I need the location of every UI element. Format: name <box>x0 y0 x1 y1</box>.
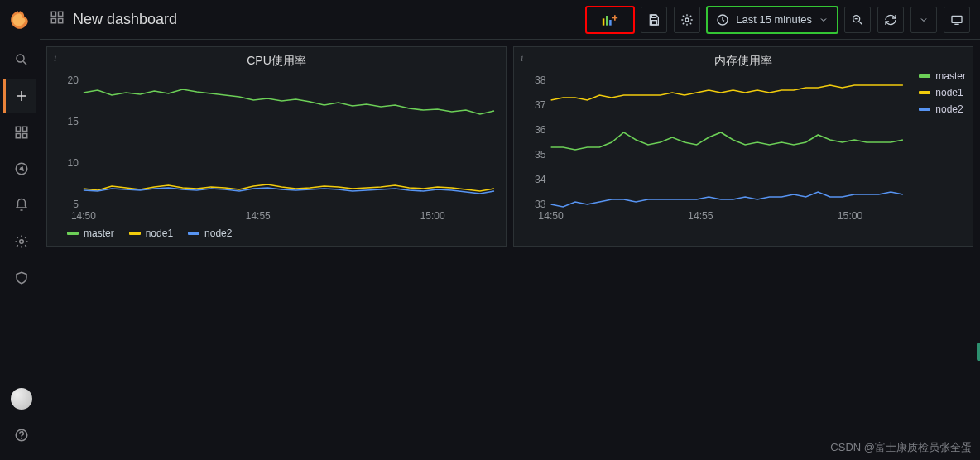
svg-rect-17 <box>59 19 63 23</box>
svg-point-11 <box>19 240 23 244</box>
search-icon[interactable] <box>3 43 36 76</box>
panel-cpu[interactable]: i CPU使用率 5101520 14:5014:5515:00 master … <box>46 46 507 247</box>
refresh-interval-dropdown[interactable] <box>910 7 937 33</box>
svg-line-28 <box>859 22 862 24</box>
watermark: CSDN @富士康质检员张全蛋 <box>830 440 972 455</box>
svg-text:38: 38 <box>535 75 546 86</box>
plus-icon[interactable] <box>3 79 36 113</box>
svg-rect-24 <box>652 20 657 24</box>
svg-text:10: 10 <box>68 157 79 169</box>
legend-node1[interactable]: node1 <box>919 87 966 98</box>
svg-point-25 <box>685 18 689 22</box>
zoom-out-button[interactable] <box>844 7 871 33</box>
svg-text:35: 35 <box>535 149 546 161</box>
settings-gear-icon[interactable] <box>3 225 36 258</box>
svg-rect-19 <box>606 16 608 26</box>
dashboard-title[interactable]: New dashboard <box>73 11 177 28</box>
time-range-label: Last 15 minutes <box>736 13 812 26</box>
svg-text:37: 37 <box>535 99 546 111</box>
save-dashboard-button[interactable] <box>641 7 667 33</box>
refresh-button[interactable] <box>877 7 904 33</box>
svg-rect-14 <box>51 12 55 16</box>
svg-line-1 <box>23 61 26 65</box>
legend-node2[interactable]: node2 <box>188 228 232 239</box>
svg-rect-18 <box>603 18 605 25</box>
svg-rect-16 <box>51 19 55 23</box>
svg-text:15:00: 15:00 <box>420 210 445 222</box>
panel-info-icon[interactable]: i <box>54 52 56 65</box>
svg-text:14:55: 14:55 <box>688 210 713 222</box>
legend-master[interactable]: master <box>67 228 114 239</box>
svg-text:14:50: 14:50 <box>71 210 96 222</box>
panel-title: CPU使用率 <box>54 50 499 75</box>
svg-rect-6 <box>16 134 20 138</box>
dashboards-icon[interactable] <box>3 116 36 149</box>
panel-title: 内存使用率 <box>521 50 966 75</box>
svg-text:20: 20 <box>68 75 79 86</box>
time-range-picker[interactable]: Last 15 minutes <box>707 7 838 33</box>
svg-rect-15 <box>59 12 63 16</box>
legend-node2[interactable]: node2 <box>919 103 966 115</box>
dashboard-settings-button[interactable] <box>674 7 700 33</box>
dashboard-grid-icon[interactable] <box>50 10 65 29</box>
legend-master[interactable]: master <box>919 70 966 82</box>
svg-text:15: 15 <box>68 116 79 127</box>
panel-memory[interactable]: i 内存使用率 333435363738 14:5014:5515:00 mas… <box>513 46 973 247</box>
add-panel-button[interactable] <box>586 7 634 33</box>
svg-text:5: 5 <box>73 199 79 210</box>
shield-icon[interactable] <box>3 261 36 295</box>
svg-text:34: 34 <box>535 174 546 185</box>
user-avatar[interactable] <box>3 382 36 415</box>
side-accent <box>977 343 980 361</box>
topbar: New dashboard Last 15 minutes <box>40 0 980 40</box>
svg-rect-5 <box>22 127 26 131</box>
cpu-legend: master node1 node2 <box>54 224 499 239</box>
svg-marker-9 <box>19 166 24 171</box>
sidebar <box>0 0 40 460</box>
svg-text:15:00: 15:00 <box>838 210 863 222</box>
cpu-chart: 5101520 14:5014:5515:00 <box>54 75 499 224</box>
memory-legend: master node1 node2 <box>919 70 966 115</box>
svg-text:14:50: 14:50 <box>538 210 564 222</box>
grafana-logo-icon[interactable] <box>0 0 40 40</box>
panel-info-icon[interactable]: i <box>521 52 523 65</box>
svg-text:14:55: 14:55 <box>246 210 271 222</box>
chevron-down-icon <box>819 15 829 25</box>
alert-icon[interactable] <box>3 189 36 222</box>
svg-point-13 <box>21 438 22 438</box>
clock-icon <box>716 13 729 26</box>
svg-rect-30 <box>952 16 962 22</box>
svg-rect-7 <box>22 134 26 138</box>
memory-chart: 333435363738 14:5014:5515:00 <box>521 75 908 224</box>
legend-node1[interactable]: node1 <box>129 228 173 239</box>
help-icon[interactable] <box>3 419 36 452</box>
svg-text:36: 36 <box>535 124 546 136</box>
svg-rect-4 <box>16 127 20 131</box>
svg-text:33: 33 <box>535 199 546 210</box>
explore-icon[interactable] <box>3 152 36 185</box>
svg-rect-20 <box>609 20 612 26</box>
svg-rect-23 <box>652 15 656 17</box>
tv-mode-button[interactable] <box>944 7 970 33</box>
svg-point-0 <box>17 55 24 62</box>
